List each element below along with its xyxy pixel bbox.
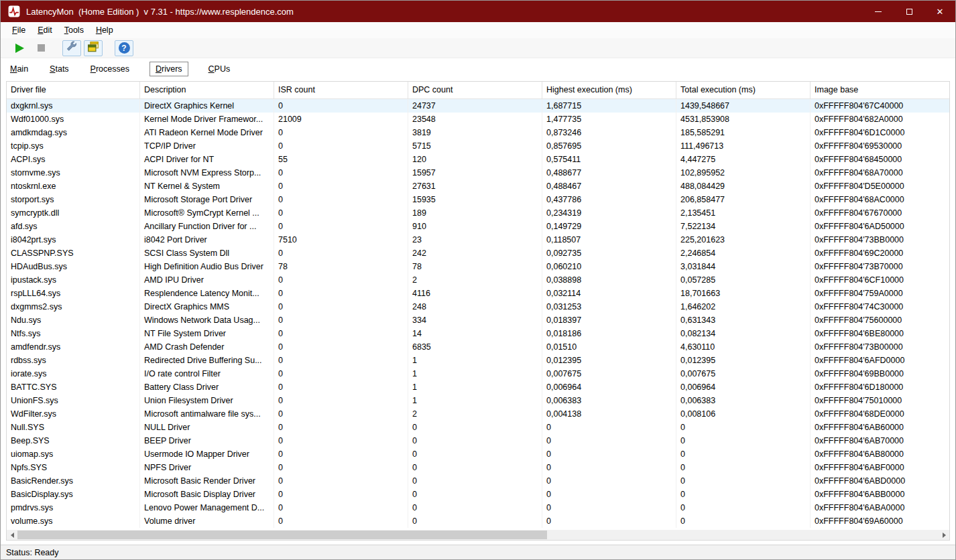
column-header-image-base[interactable]: Image base — [811, 82, 949, 98]
table-cell: 0 — [274, 287, 408, 300]
table-cell: 120 — [408, 153, 542, 166]
table-cell: 1 — [408, 394, 542, 407]
table-row[interactable]: uiomap.sysUsermode IO Mapper Driver00000… — [7, 447, 949, 461]
table-cell: BATTC.SYS — [7, 380, 140, 394]
tab-drivers[interactable]: Drivers — [150, 62, 188, 76]
table-body: dxgkrnl.sysDirectX Graphics Kernel024737… — [7, 99, 949, 528]
table-cell: 0,007675 — [542, 367, 676, 380]
table-row[interactable]: afd.sysAncillary Function Driver for ...… — [7, 220, 949, 233]
table-row[interactable]: storport.sysMicrosoft Storage Port Drive… — [7, 193, 949, 206]
table-row[interactable]: stornvme.sysMicrosoft NVM Express Storp.… — [7, 166, 949, 180]
help-button[interactable]: ? — [115, 40, 133, 56]
table-row[interactable]: WdFilter.sysMicrosoft antimalware file s… — [7, 407, 949, 421]
table-row[interactable]: Wdf01000.sysKernel Mode Driver Framewor.… — [7, 113, 949, 126]
scrollbar-thumb[interactable] — [17, 531, 547, 539]
menu-tools[interactable]: Tools — [58, 23, 90, 37]
table-row[interactable]: Npfs.SYSNPFS Driver00000xFFFFF804'6ABF00… — [7, 461, 949, 474]
table-cell: 0,007675 — [676, 367, 811, 380]
column-header-description[interactable]: Description — [140, 82, 274, 98]
content-area: Driver fileDescriptionISR countDPC count… — [1, 80, 955, 545]
table-row[interactable]: tcpip.sysTCP/IP Driver057150,857695111,4… — [7, 139, 949, 153]
table-row[interactable]: symcryptk.dllMicrosoft® SymCrypt Kernel … — [7, 206, 949, 220]
start-monitor-button[interactable] — [10, 40, 29, 56]
table-cell: 0,038898 — [542, 273, 676, 287]
stop-monitor-button[interactable] — [32, 40, 50, 56]
table-row[interactable]: ipustack.sysAMD IPU Driver020,0388980,05… — [7, 273, 949, 287]
table-row[interactable]: rdbss.sysRedirected Drive Buffering Su..… — [7, 354, 949, 367]
menu-help[interactable]: Help — [90, 23, 119, 37]
maximize-button[interactable] — [894, 1, 924, 22]
table-cell: 488,084429 — [676, 180, 811, 193]
column-header-driver-file[interactable]: Driver file — [7, 82, 140, 98]
menu-edit[interactable]: Edit — [32, 23, 58, 37]
tools-button[interactable] — [62, 40, 81, 56]
table-row[interactable]: amdkmdag.sysATI Radeon Kernel Mode Drive… — [7, 126, 949, 139]
table-row[interactable]: ACPI.sysACPI Driver for NT551200,5754114… — [7, 153, 949, 166]
column-header-dpc-count[interactable]: DPC count — [408, 82, 542, 98]
scrollbar-track[interactable] — [17, 530, 939, 540]
table-cell: 0xFFFFF804'6BE80000 — [811, 327, 949, 340]
table-row[interactable]: BATTC.SYSBattery Class Driver010,0069640… — [7, 380, 949, 394]
table-row[interactable]: i8042prt.sysi8042 Port Driver7510230,118… — [7, 233, 949, 247]
table-cell: 0,031253 — [542, 300, 676, 313]
table-cell: 0,873246 — [542, 126, 676, 139]
close-button[interactable]: ✕ — [924, 1, 955, 22]
table-cell: rdbss.sys — [7, 354, 140, 367]
table-row[interactable]: iorate.sysI/O rate control Filter010,007… — [7, 367, 949, 380]
table-cell: 4531,853908 — [676, 113, 811, 126]
table-cell: 0 — [274, 180, 408, 193]
window-views-button[interactable] — [84, 40, 103, 56]
minimize-button[interactable] — [863, 1, 894, 22]
table-cell: 0xFFFFF804'6ABB0000 — [811, 488, 949, 501]
table-row[interactable]: HDAudBus.sysHigh Definition Audio Bus Dr… — [7, 260, 949, 273]
titlebar: LatencyMon (Home Edition ) v 7.31 - http… — [1, 1, 955, 22]
table-row[interactable]: dxgkrnl.sysDirectX Graphics Kernel024737… — [7, 99, 949, 113]
table-cell: 0 — [408, 421, 542, 434]
menu-file[interactable]: File — [6, 23, 32, 37]
table-cell: 0 — [274, 206, 408, 220]
tab-stats[interactable]: Stats — [48, 62, 70, 76]
table-cell: 4,630110 — [676, 340, 811, 354]
table-cell: 0,01510 — [542, 340, 676, 354]
table-row[interactable]: ntoskrnl.exeNT Kernel & System0276310,48… — [7, 180, 949, 193]
horizontal-scrollbar[interactable] — [7, 530, 949, 540]
table-row[interactable]: BasicRender.sysMicrosoft Basic Render Dr… — [7, 474, 949, 488]
tab-cpus[interactable]: CPUs — [207, 62, 232, 76]
table-cell: 0,488677 — [542, 166, 676, 180]
table-cell: 1,646202 — [676, 300, 811, 313]
table-row[interactable]: Beep.SYSBEEP Driver00000xFFFFF804'6AB700… — [7, 434, 949, 447]
table-cell: 0,006383 — [542, 394, 676, 407]
column-header-isr-count[interactable]: ISR count — [274, 82, 408, 98]
table-row[interactable]: BasicDisplay.sysMicrosoft Basic Display … — [7, 488, 949, 501]
table-row[interactable]: amdfendr.sysAMD Crash Defender068350,015… — [7, 340, 949, 354]
table-cell: 0 — [408, 514, 542, 528]
table-cell: tcpip.sys — [7, 139, 140, 153]
scroll-left-button[interactable] — [7, 530, 17, 540]
table-row[interactable]: Null.SYSNULL Driver00000xFFFFF804'6AB600… — [7, 421, 949, 434]
table-cell: 0,012395 — [676, 354, 811, 367]
scroll-right-button[interactable] — [939, 530, 949, 540]
table-cell: 0 — [274, 313, 408, 327]
column-header-highest-execution-ms[interactable]: Highest execution (ms) — [542, 82, 676, 98]
tab-processes[interactable]: Processes — [89, 62, 131, 76]
table-row[interactable]: CLASSPNP.SYSSCSI Class System Dll02420,0… — [7, 247, 949, 260]
table-row[interactable]: Ntfs.sysNT File System Driver0140,018186… — [7, 327, 949, 340]
table-cell: 0,118507 — [542, 233, 676, 247]
table-cell: 0 — [274, 99, 408, 113]
table-row[interactable]: dxgmms2.sysDirectX Graphics MMS02480,031… — [7, 300, 949, 313]
table-cell: 0,004138 — [542, 407, 676, 421]
table-row[interactable]: Ndu.sysWindows Network Data Usag...03340… — [7, 313, 949, 327]
table-cell: 5715 — [408, 139, 542, 153]
table-cell: 0,008106 — [676, 407, 811, 421]
table-row[interactable]: UnionFS.sysUnion Filesystem Driver010,00… — [7, 394, 949, 407]
tab-main[interactable]: Main — [9, 62, 29, 76]
table-cell: 0 — [274, 126, 408, 139]
table-cell: 0,575411 — [542, 153, 676, 166]
wrench-icon — [66, 41, 78, 56]
table-cell: 2 — [408, 273, 542, 287]
column-header-total-execution-ms[interactable]: Total execution (ms) — [676, 82, 811, 98]
table-cell: 21009 — [274, 113, 408, 126]
table-row[interactable]: pmdrvs.sysLenovo Power Management D...00… — [7, 501, 949, 514]
table-row[interactable]: rspLLL64.sysResplendence Latency Monit..… — [7, 287, 949, 300]
table-row[interactable]: volume.sysVolume driver00000xFFFFF804'69… — [7, 514, 949, 528]
